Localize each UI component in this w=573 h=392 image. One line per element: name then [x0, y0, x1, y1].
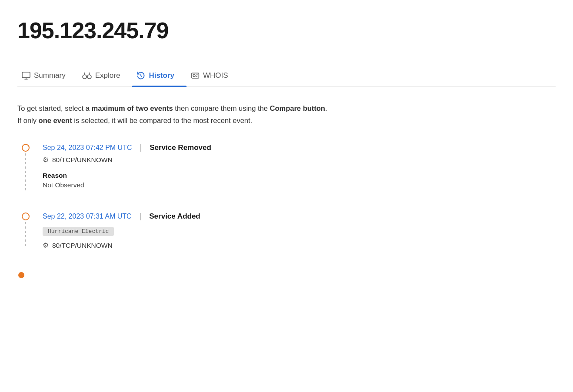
timeline-content-1: Sep 24, 2023 07:42 PM UTC | Service Remo…	[34, 143, 556, 189]
instruction-line1-end: .	[325, 104, 327, 112]
event1-title: Service Removed	[150, 143, 211, 152]
timeline-event-2: Sep 22, 2023 07:31 AM UTC | Service Adde…	[17, 212, 556, 249]
timeline-event-1: Sep 24, 2023 07:42 PM UTC | Service Remo…	[17, 143, 556, 193]
svg-rect-0	[22, 72, 30, 78]
tab-explore[interactable]: Explore	[78, 65, 133, 86]
timeline-circle-2[interactable]	[22, 213, 30, 220]
instruction-bold2: Compare button	[270, 104, 325, 112]
timeline-left-2	[17, 212, 34, 248]
svg-point-8	[193, 75, 195, 77]
event2-timestamp[interactable]: Sep 22, 2023 07:31 AM UTC	[43, 213, 132, 220]
tab-nav: Summary Explore History	[17, 65, 556, 86]
event1-service: 80/TCP/UNKNOWN	[52, 156, 113, 164]
tab-whois[interactable]: WHOIS	[187, 65, 240, 86]
tab-history-label: History	[149, 71, 174, 80]
tab-explore-label: Explore	[95, 71, 120, 80]
tab-history[interactable]: History	[132, 65, 187, 86]
event1-header: Sep 24, 2023 07:42 PM UTC | Service Remo…	[43, 143, 556, 152]
ip-address-title: 195.123.245.79	[17, 17, 556, 43]
timeline-end	[17, 269, 556, 278]
event2-title: Service Added	[149, 212, 200, 221]
event1-reason-value: Not Observed	[43, 181, 556, 189]
card-icon	[191, 72, 200, 80]
event1-timestamp[interactable]: Sep 24, 2023 07:42 PM UTC	[43, 144, 132, 152]
timeline-line-1	[25, 153, 26, 193]
instruction-block: To get started, select a maximum of two …	[17, 102, 496, 126]
event1-divider: |	[140, 143, 142, 152]
tab-whois-label: WHOIS	[203, 71, 228, 80]
timeline-end-dot	[18, 272, 24, 278]
event1-reason-label: Reason	[43, 172, 556, 179]
timeline-circle-1[interactable]	[22, 144, 30, 152]
instruction-line2-pre: If only	[17, 116, 39, 124]
timeline: Sep 24, 2023 07:42 PM UTC | Service Remo…	[17, 143, 556, 278]
event1-reason-block: Reason Not Observed	[43, 172, 556, 189]
event2-service-row: ⚙ 80/TCP/UNKNOWN	[43, 241, 556, 249]
event1-service-row: ⚙ 80/TCP/UNKNOWN	[43, 156, 556, 164]
event2-header: Sep 22, 2023 07:31 AM UTC | Service Adde…	[43, 212, 556, 221]
instruction-line1-mid: then compare them using the	[173, 104, 270, 112]
instruction-line1-pre: To get started, select a	[17, 104, 92, 112]
timeline-line-2	[25, 222, 26, 248]
tab-summary-label: Summary	[34, 71, 66, 80]
svg-point-3	[83, 75, 87, 79]
event2-tag: Hurricane Electric	[43, 227, 114, 236]
event2-service: 80/TCP/UNKNOWN	[52, 242, 113, 249]
gear-icon-2: ⚙	[43, 241, 49, 249]
instruction-line2-end: is selected, it will be compared to the …	[72, 116, 253, 124]
instruction-bold1: maximum of two events	[92, 104, 173, 112]
binoculars-icon	[82, 72, 92, 80]
timeline-content-2: Sep 22, 2023 07:31 AM UTC | Service Adde…	[34, 212, 556, 249]
tab-summary[interactable]: Summary	[17, 65, 78, 86]
gear-icon-1: ⚙	[43, 156, 49, 164]
monitor-icon	[22, 72, 30, 80]
history-icon	[137, 71, 145, 80]
event2-divider: |	[140, 212, 142, 221]
svg-point-4	[87, 75, 91, 79]
timeline-left-1	[17, 143, 34, 193]
instruction-bold3: one event	[39, 116, 72, 124]
